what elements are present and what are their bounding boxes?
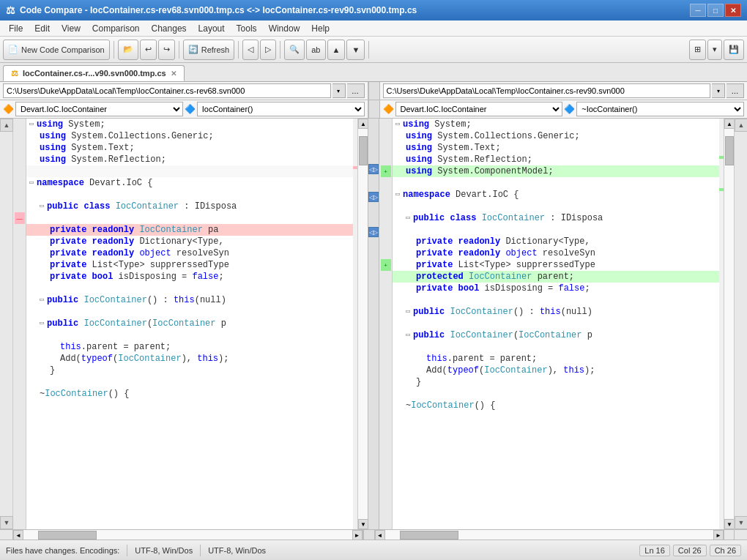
toolbar-sep-2 [179,41,179,59]
left-vscroll-down[interactable]: ▼ [358,519,368,529]
right-hscroll-thumb[interactable] [400,531,458,540]
right-vscroll-down[interactable]: ▼ [724,519,735,529]
prev-diff-button[interactable]: ▲ [327,40,346,60]
view-options-icon: ▾ [713,45,717,54]
left-path-input[interactable] [3,83,331,98]
save-button[interactable]: 💾 [724,40,744,60]
left-hscroll-track[interactable] [23,530,352,540]
code-line [393,341,719,353]
panel-connector: ◁▷ ◁▷ ◁▷ [368,119,379,529]
copy-left-button[interactable]: ◁ [242,40,259,60]
minimize-button[interactable]: ─ [690,4,706,17]
left-path-dropdown[interactable]: ▾ [332,83,346,98]
menu-window[interactable]: Window [263,22,306,35]
find-button[interactable]: 🔍 [284,40,305,60]
right-vscroll-thumb[interactable] [725,136,734,165]
right-path-input[interactable] [383,83,711,98]
toolbar-sep-5 [368,41,369,59]
ch-badge: Ch 26 [710,545,741,556]
left-vscroll-track[interactable] [358,129,368,519]
right-nav-up[interactable]: ▲ [735,119,747,132]
left-hscroll[interactable]: ◄ ► [13,530,363,540]
left-hscroll-thumb[interactable] [38,531,97,540]
right-path-ellipsis[interactable]: … [726,83,744,98]
menu-changes[interactable]: Changes [146,22,193,35]
menu-file[interactable]: File [3,22,29,35]
right-vscroll-track[interactable] [724,129,734,519]
window-controls: ─ □ ✕ [690,4,741,17]
menu-tools[interactable]: Tools [231,22,263,35]
open-button[interactable]: 📂 [118,40,138,60]
left-vscroll[interactable]: ▲ ▼ [357,119,368,529]
code-line: this.parent = parent; [393,353,719,365]
connector-btn-3[interactable]: ◁▷ [368,227,379,237]
code-line: using System.Reflection; [393,154,719,165]
left-dropdown-bar: 🔶 Devart.IoC.IocContainer 🔷 IocContainer… [0,100,368,118]
code-line-added: using System.ComponentModel; [393,165,719,177]
replace-button[interactable]: ab [306,40,325,60]
left-method-select[interactable]: IocContainer() [197,102,365,116]
right-method-select[interactable]: ~IocContainer() [576,102,744,116]
close-button[interactable]: ✕ [725,4,741,17]
right-path-bar: ▾ … [380,82,748,100]
code-line: private readonly object resolveSyn [26,247,353,259]
next-diff-button[interactable]: ▼ [346,40,365,60]
menu-view[interactable]: View [56,22,86,35]
right-hscroll-right[interactable]: ► [713,530,724,540]
right-hscroll[interactable]: ◄ ► [375,530,724,540]
left-code-panel: ▲ ▼ — [0,119,368,529]
prev-diff-icon: ▲ [332,45,341,54]
connector-btn-1[interactable]: ◁▷ [368,164,379,174]
code-line [26,329,353,341]
right-path-dropdown[interactable]: ▾ [712,83,725,98]
menu-comparison[interactable]: Comparison [86,22,146,35]
maximize-button[interactable]: □ [707,4,724,17]
refresh-button[interactable]: 🔄 Refresh [183,40,235,60]
toolbar-sep-4 [280,41,280,59]
copy-left-icon: ◁ [248,45,253,54]
code-line: ▭ public IocContainer(IocContainer p [26,318,353,329]
left-hscroll-left[interactable]: ◄ [13,530,23,540]
left-path-ellipsis[interactable]: … [347,83,365,98]
right-vscroll-up[interactable]: ▲ [724,119,735,129]
menu-edit[interactable]: Edit [29,22,56,35]
right-hscroll-track[interactable] [385,530,714,540]
right-method-icon: 🔷 [564,104,575,114]
left-hscroll-right[interactable]: ► [352,530,363,540]
connector-btn-2[interactable]: ◁▷ [368,192,379,202]
code-line: private bool isDisposing = false; [26,271,353,283]
code-line-added: protected IocContainer parent; [393,271,719,283]
copy-right-button[interactable]: ▷ [260,40,276,60]
left-vscroll-thumb[interactable] [359,136,368,165]
new-comparison-button[interactable]: 📄 New Code Comparison [3,40,110,60]
left-nav-down[interactable]: ▼ [0,516,13,529]
right-vscroll[interactable]: ▲ ▼ [724,119,734,529]
right-gutter: + + [379,119,393,529]
menu-help[interactable]: Help [305,22,335,35]
right-hscroll-left[interactable]: ◄ [375,530,385,540]
right-encoding: UTF-8, Win/Dos [208,546,266,555]
left-code-content[interactable]: ▭ using System; using System.Collections… [26,119,353,529]
tab-main[interactable]: ⚖ IocContainer.cs-r...v90.svn000.tmp.cs … [3,65,185,81]
tab-close-button[interactable]: ✕ [171,70,176,78]
code-line: this.parent = parent; [26,341,353,353]
code-line: private readonly object resolveSyn [393,247,719,259]
right-namespace-select[interactable]: Devart.IoC.IocContainer [395,102,563,116]
menu-layout[interactable]: Layout [193,22,231,35]
left-nav-up[interactable]: ▲ [0,119,13,132]
right-nav-down[interactable]: ▼ [735,516,747,529]
left-gutter: — [13,119,26,529]
undo-icon: ↩ [145,45,152,54]
code-line: using System.Reflection; [26,154,353,165]
left-namespace-select[interactable]: Devart.IoC.IocContainer [15,102,183,116]
view-options-button[interactable]: ▾ [707,40,722,60]
code-line: using System.Text; [393,142,719,154]
undo-button[interactable]: ↩ [140,40,157,60]
code-line [26,283,353,294]
redo-button[interactable]: ↪ [158,40,175,60]
right-code-content[interactable]: ▭ using System; using System.Collections… [393,119,719,529]
code-line: private readonly Dictionary<Type, [393,236,719,247]
left-vscroll-up[interactable]: ▲ [358,119,368,129]
ln-badge: Ln 16 [639,545,670,556]
view-mode-button[interactable]: ⊞ [689,40,706,60]
